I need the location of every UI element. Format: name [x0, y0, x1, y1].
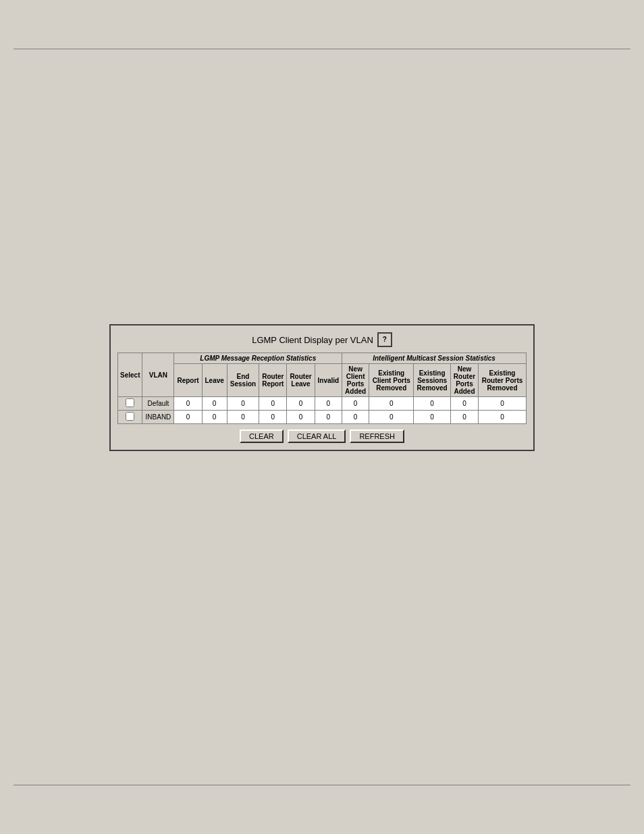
table-row: INBAND00000000000	[118, 411, 527, 424]
new-client-ports-col-header: NewClientPortsAdded	[342, 364, 369, 397]
router-report-col-header: RouterReport	[259, 364, 287, 397]
main-panel: LGMP Client Display per VLAN ? Select VL…	[109, 324, 535, 451]
router-leave-col-header: RouterLeave	[287, 364, 315, 397]
top-divider	[14, 49, 630, 49]
existing-client-ports-cell: 0	[369, 411, 414, 424]
new-router-ports-cell: 0	[450, 397, 478, 411]
router-leave-cell: 0	[287, 411, 315, 424]
leave-cell: 0	[202, 411, 227, 424]
existing-client-ports-col-header: ExistingClient PortsRemoved	[369, 364, 414, 397]
clear-button[interactable]: CLEAR	[240, 429, 284, 443]
existing-client-ports-cell: 0	[369, 397, 414, 411]
invalid-cell: 0	[315, 397, 342, 411]
help-icon: ?	[383, 336, 387, 343]
select-cell[interactable]	[118, 397, 142, 411]
stats-table: Select VLAN LGMP Message Reception Stati…	[117, 353, 527, 424]
lgmp-group-header: LGMP Message Reception Statistics	[174, 353, 342, 364]
report-cell: 0	[174, 397, 202, 411]
existing-router-ports-cell: 0	[479, 411, 527, 424]
title-row: LGMP Client Display per VLAN ?	[117, 332, 527, 347]
router-report-cell: 0	[259, 397, 287, 411]
clear-all-button[interactable]: CLEAR ALL	[288, 429, 346, 443]
select-cell[interactable]	[118, 411, 142, 424]
help-button[interactable]: ?	[377, 332, 392, 347]
new-client-ports-cell: 0	[342, 397, 369, 411]
new-router-ports-col-header: NewRouterPortsAdded	[450, 364, 478, 397]
router-leave-cell: 0	[287, 397, 315, 411]
leave-cell: 0	[202, 397, 227, 411]
page-title: LGMP Client Display per VLAN	[252, 335, 373, 345]
bottom-divider	[14, 785, 630, 785]
vlan-cell: Default	[142, 397, 174, 411]
existing-router-ports-cell: 0	[479, 397, 527, 411]
existing-sessions-cell: 0	[414, 397, 451, 411]
buttons-row: CLEAR CLEAR ALL REFRESH	[117, 429, 527, 443]
end-session-cell: 0	[227, 411, 259, 424]
vlan-col-header: VLAN	[142, 353, 174, 397]
invalid-col-header: Invalid	[315, 364, 342, 397]
new-router-ports-cell: 0	[450, 411, 478, 424]
existing-sessions-cell: 0	[414, 411, 451, 424]
vlan-cell: INBAND	[142, 411, 174, 424]
existing-router-ports-col-header: ExistingRouter PortsRemoved	[479, 364, 527, 397]
end-session-cell: 0	[227, 397, 259, 411]
leave-col-header: Leave	[202, 364, 227, 397]
row-checkbox[interactable]	[126, 398, 134, 407]
report-cell: 0	[174, 411, 202, 424]
select-col-header: Select	[118, 353, 142, 397]
multicast-group-header: Intelligent Multicast Session Statistics	[342, 353, 527, 364]
table-row: Default00000000000	[118, 397, 527, 411]
new-client-ports-cell: 0	[342, 411, 369, 424]
router-report-cell: 0	[259, 411, 287, 424]
invalid-cell: 0	[315, 411, 342, 424]
existing-sessions-col-header: ExistingSessionsRemoved	[414, 364, 451, 397]
row-checkbox[interactable]	[126, 412, 134, 421]
end-session-col-header: EndSession	[227, 364, 259, 397]
report-col-header: Report	[174, 364, 202, 397]
refresh-button[interactable]: REFRESH	[350, 429, 404, 443]
